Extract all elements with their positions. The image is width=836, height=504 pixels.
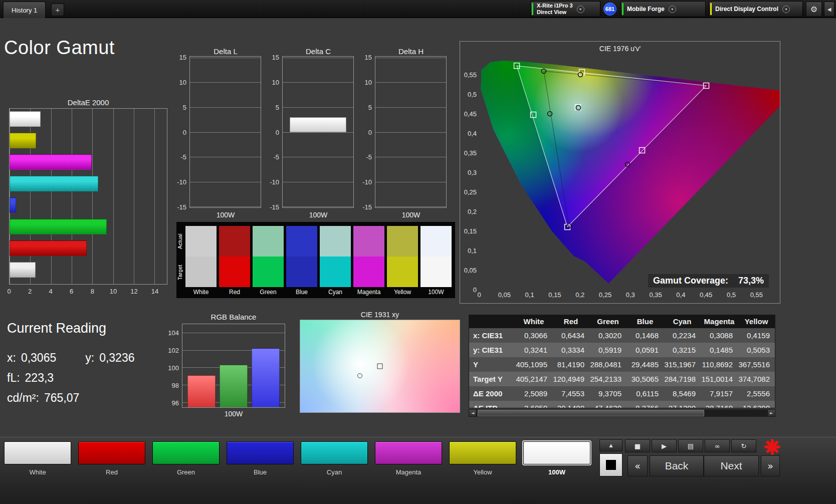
y-axis-tick: -5 [180, 153, 186, 161]
settings-gear-button[interactable]: ⚙ [806, 2, 822, 17]
actual-swatch [387, 226, 418, 257]
scroll-left-button[interactable]: ◄ [469, 409, 477, 417]
display-control-selector[interactable]: Direct Display Control ▾ [709, 1, 803, 17]
y-label: y: [85, 351, 94, 364]
delta-bar [290, 117, 346, 132]
y-axis-tick: 15 [179, 53, 186, 61]
table-cell: 8,5469 [664, 386, 701, 401]
pattern-button-magenta[interactable]: Magenta [375, 441, 442, 476]
chevron-down-icon: ▾ [782, 6, 790, 13]
table-cell: 7,4553 [552, 386, 589, 401]
scrollbar-track[interactable] [477, 409, 767, 417]
next-button[interactable]: Next [704, 455, 759, 476]
y-axis-tick: 100 [168, 364, 179, 371]
meter-selector[interactable]: X-Rite i1Pro 3 Direct View ▾ [530, 1, 600, 17]
y-axis-tick: 0 [276, 128, 279, 136]
y-axis-tick: 5 [368, 103, 372, 111]
y-axis-tick: 0,15 [464, 227, 477, 235]
pattern-button-red[interactable]: Red [78, 441, 145, 476]
gridline [375, 206, 446, 207]
section-title: Current Reading [7, 321, 135, 336]
expand-up-button[interactable]: ▲ [599, 439, 622, 451]
cd-label: cd/m²: [7, 391, 39, 404]
pattern-button-blue[interactable]: Blue [227, 441, 294, 476]
pattern-button-cyan[interactable]: Cyan [301, 441, 368, 476]
save-button[interactable]: ▤ [678, 439, 703, 452]
actual-swatch [219, 226, 250, 257]
actual-swatch [421, 226, 452, 257]
meter-line2: Direct View [537, 9, 573, 16]
pattern-label: White [4, 468, 71, 476]
target-swatch [286, 257, 317, 287]
x-axis-label: 100W [182, 410, 285, 418]
table-cell: 0,4159 [738, 328, 775, 343]
x-label: x: [7, 351, 16, 364]
cie-1976-diagram: 000,050,050,10,10,150,150,20,20,250,250,… [460, 42, 780, 303]
x-axis: 02468101214 [9, 288, 167, 296]
y-axis-tick: 0,2 [468, 208, 477, 215]
table-cell: 0,6434 [552, 328, 589, 343]
gridline [190, 82, 261, 83]
play-button[interactable]: ▶ [652, 439, 677, 452]
continuous-read-button[interactable]: ∞ [705, 439, 730, 452]
table-cell: 81,4190 [552, 357, 589, 372]
status-indicator-yellow [710, 3, 712, 15]
column-header: Red [552, 315, 589, 328]
swatch-column-magenta: Magenta [353, 226, 384, 297]
tab-history-1[interactable]: History 1 [3, 2, 46, 18]
y-axis-tick: 0 [473, 286, 477, 294]
pattern-button-yellow[interactable]: Yellow [449, 441, 516, 476]
cie-1931-field [300, 320, 460, 413]
fl-readout: fL:223,3 [7, 371, 135, 385]
scrollbar-thumb[interactable] [478, 410, 704, 416]
chevrons-right-icon[interactable]: » [761, 455, 780, 476]
table-cell: 0,6115 [626, 386, 664, 401]
stop-button[interactable]: ■ [625, 439, 650, 452]
gridline [283, 206, 353, 207]
pattern-swatch [449, 441, 516, 464]
deltae-2000-chart: DeltaE 2000 02468101214 [9, 98, 169, 299]
gridline [375, 58, 446, 58]
swatch-column-cyan: Cyan [320, 226, 351, 297]
scroll-right-button[interactable]: ► [767, 409, 775, 417]
swatch-columns: WhiteRedGreenBlueCyanMagentaYellow100W [185, 226, 454, 297]
y-axis-tick: 0,25 [464, 188, 477, 196]
bar-row-100w [10, 111, 167, 133]
back-button[interactable]: Back [650, 455, 704, 476]
abort-asterisk-icon[interactable] [763, 438, 782, 455]
table-cell: 0,3241 [515, 343, 552, 357]
row-label: y: CIE31 [469, 343, 515, 357]
chart-title: Delta L [189, 47, 262, 56]
pattern-button-white[interactable]: White [4, 441, 71, 476]
y-axis-tick: 0,1 [468, 247, 477, 255]
table-cell: 0,1485 [701, 343, 738, 357]
target-swatch [387, 257, 418, 287]
table-cell: 27,1200 [664, 401, 701, 408]
pattern-button-100w[interactable]: 100W [523, 441, 590, 476]
chevrons-left-icon[interactable]: « [628, 455, 648, 476]
pattern-window-button[interactable] [599, 453, 622, 476]
plot-area [375, 56, 447, 208]
gridline [375, 182, 446, 182]
pattern-button-green[interactable]: Green [152, 441, 220, 476]
column-header: Cyan [664, 315, 701, 328]
collapse-panel-button[interactable]: ◀ [824, 2, 834, 17]
meter-count-badge: 681 [603, 3, 616, 16]
gridline [190, 107, 261, 108]
refresh-button[interactable]: ↻ [731, 439, 756, 452]
source-selector[interactable]: Mobile Forge ▾ [620, 1, 706, 17]
y-axis-tick: 0,35 [464, 149, 477, 157]
row-label: x: CIE31 [469, 328, 515, 343]
table-horizontal-scrollbar[interactable]: ◄ ► [469, 409, 775, 417]
table-cell: 0,3088 [701, 328, 738, 343]
table-cell: 0,1468 [626, 328, 664, 343]
color-checker-strip: Actual Target WhiteRedGreenBlueCyanMagen… [176, 222, 455, 298]
table-row: Target Y405,2147120,4949254,213330,50652… [469, 372, 775, 386]
pattern-swatch [375, 441, 442, 464]
gridline [190, 206, 261, 207]
chart-title: CIE 1976 u'v' [460, 45, 780, 53]
add-tab-button[interactable]: + [51, 4, 64, 16]
table-cell: 374,7082 [738, 372, 775, 386]
pattern-swatch [227, 441, 294, 464]
x-axis-tick: 0,25 [599, 291, 611, 299]
